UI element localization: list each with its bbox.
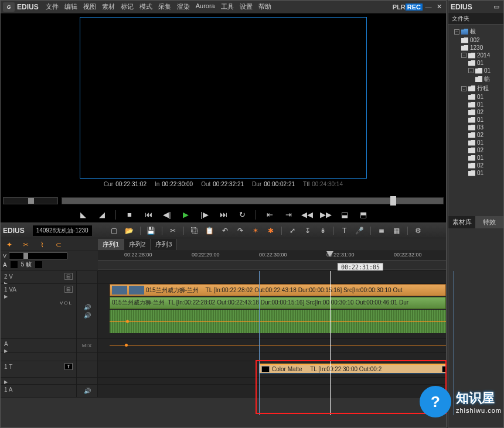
scrub-zoom[interactable] (3, 197, 58, 204)
scrub-playhead-handle[interactable] (390, 196, 396, 206)
sequence-tab-1[interactable]: 序列1 (98, 239, 124, 250)
title-icon[interactable]: T (340, 226, 349, 235)
zoom-in-button[interactable] (35, 261, 42, 268)
save-icon[interactable]: 💾 (147, 226, 156, 235)
jump-prev-icon[interactable]: ⇤ (264, 210, 275, 220)
speaker-icon[interactable]: 🔊 (84, 312, 91, 319)
ripple-delete-icon[interactable]: ✶ (251, 226, 260, 235)
grid-icon[interactable]: ▦ (392, 226, 401, 235)
menu-render[interactable]: 渲染 (177, 2, 190, 11)
tree-toggle-icon[interactable]: - (468, 68, 474, 73)
prev-edit-icon[interactable]: ◀◀ (302, 210, 312, 220)
tree-item[interactable]: 01 (449, 154, 502, 162)
toggle-track-icon[interactable]: ≣ (377, 226, 386, 235)
tree-root[interactable]: − 根 (449, 27, 502, 36)
tree-item[interactable]: -01 (449, 67, 502, 74)
voiceover-icon[interactable]: 🎤 (355, 226, 365, 235)
fast-forward-icon[interactable]: ⏭ (218, 210, 229, 220)
track-patch-icon[interactable]: ⊟ (64, 273, 73, 280)
open-icon[interactable]: 📂 (125, 226, 134, 235)
tree-item[interactable]: 02 (449, 131, 502, 139)
stop-icon[interactable]: ■ (124, 210, 135, 220)
set-in-icon[interactable]: ◣ (78, 210, 88, 220)
timeline-zoom-slider[interactable] (9, 252, 67, 259)
menu-mode[interactable]: 模式 (139, 2, 152, 11)
tree-item[interactable]: 临 (449, 74, 502, 84)
edit-mode-normal-icon[interactable]: ✦ (4, 240, 15, 249)
tree-toggle-icon[interactable]: − (454, 29, 459, 35)
redo-icon[interactable]: ↷ (236, 226, 245, 235)
tab-effects[interactable]: 特效 (476, 216, 503, 228)
close-button[interactable]: ✕ (434, 3, 444, 11)
track-patch-icon[interactable]: ⊟ (64, 286, 73, 293)
title-patch-icon[interactable]: T (64, 363, 73, 370)
tree-toggle-icon[interactable]: - (461, 53, 466, 58)
undo-icon[interactable]: ↶ (220, 226, 230, 235)
delete-gap-icon[interactable]: ✱ (266, 226, 275, 235)
menu-file[interactable]: 文件 (46, 2, 59, 11)
menu-edit[interactable]: 编辑 (64, 2, 77, 11)
new-sequence-icon[interactable]: ▢ (110, 226, 119, 235)
sequence-tab-3[interactable]: 序列3 (151, 239, 177, 250)
loop-icon[interactable]: ↻ (237, 210, 247, 220)
color-matte-clip[interactable]: Color Matte TL [In:00:22:30:00 Out:00:2 (259, 364, 446, 374)
insert-icon[interactable]: ↧ (303, 226, 312, 235)
menu-view[interactable]: 视图 (83, 2, 96, 11)
preview-frame[interactable] (80, 17, 367, 179)
play-icon[interactable]: ▶ (181, 210, 191, 220)
tree-toggle-icon[interactable]: - (461, 86, 466, 91)
tree-item[interactable]: 02 (449, 108, 502, 116)
edit-mode-link-icon[interactable]: ⌇ (37, 240, 47, 249)
bin-folder-icon[interactable]: ▭ (492, 3, 501, 11)
speaker-icon[interactable]: 🔊 (84, 388, 91, 394)
menu-aurora[interactable]: Aurora (196, 2, 215, 11)
menu-help[interactable]: 帮助 (258, 2, 271, 11)
menu-capture[interactable]: 采集 (158, 2, 171, 11)
menu-marker[interactable]: 标记 (121, 2, 134, 11)
edit-mode-trim-icon[interactable]: ✂ (21, 240, 31, 249)
tree-item[interactable]: 01 (449, 169, 502, 177)
playhead-line[interactable] (330, 271, 331, 415)
sequence-tab-2[interactable]: 序列2 (124, 239, 151, 250)
jump-next-icon[interactable]: ⇥ (283, 210, 294, 220)
cut-icon[interactable]: ✂ (168, 226, 178, 235)
insert-mode-icon[interactable]: ⬓ (339, 210, 350, 220)
track-1t-content[interactable]: Color Matte TL [In:00:22:30:00 Out:00:2 (98, 361, 446, 377)
overwrite-icon[interactable]: ↡ (318, 226, 328, 235)
tree-item[interactable]: 02 (449, 146, 502, 154)
edit-mode-magnet-icon[interactable]: ⊂ (53, 240, 64, 249)
playhead-marker[interactable] (326, 251, 333, 257)
tree-item[interactable]: 01 (449, 59, 502, 67)
tree-item[interactable]: 01 (449, 139, 502, 146)
set-out-icon[interactable]: ◢ (97, 210, 107, 220)
tree-item[interactable]: 01 (449, 101, 502, 108)
zoom-icon[interactable]: ⤢ (288, 226, 297, 235)
menu-tools[interactable]: 工具 (221, 2, 234, 11)
plr-rec-indicator[interactable]: PLRREC (393, 4, 423, 11)
tree-item[interactable]: 03 (449, 124, 502, 131)
tree-item[interactable]: 1230 (449, 44, 502, 52)
next-edit-icon[interactable]: ▶▶ (321, 210, 331, 220)
next-frame-icon[interactable]: |▶ (199, 210, 210, 220)
tree-item[interactable]: -行程 (449, 84, 502, 93)
menu-settings[interactable]: 设置 (240, 2, 253, 11)
zoom-out-button[interactable] (11, 261, 18, 268)
tree-item[interactable]: 02 (449, 162, 502, 169)
timeline-ruler[interactable]: 00:22:28:00 00:22:29:00 00:22:30:00 00:2… (98, 251, 446, 271)
menu-clip[interactable]: 素材 (102, 2, 115, 11)
rewind-icon[interactable]: ⏮ (143, 210, 154, 220)
tree-item[interactable]: 01 (449, 116, 502, 124)
tab-clips[interactable]: 素材库 (448, 216, 476, 228)
minimize-button[interactable]: — (424, 3, 433, 11)
prev-frame-icon[interactable]: ◀| (162, 210, 172, 220)
tree-item[interactable]: 002 (449, 36, 502, 44)
tree-item[interactable]: -2014 (449, 52, 502, 59)
speaker-icon[interactable]: 🔊 (84, 304, 91, 310)
scrub-track[interactable] (62, 197, 444, 204)
paste-icon[interactable]: 📋 (205, 226, 214, 235)
tree-item[interactable]: 01 (449, 93, 502, 101)
track-1va-content[interactable]: 015兰州威力狮-兰州 TL [In:00:22:28:02 Out:00:22… (98, 284, 446, 338)
settings-icon[interactable]: ⚙ (414, 226, 423, 235)
overwrite-mode-icon[interactable]: ⬒ (358, 210, 369, 220)
copy-icon[interactable]: ⿻ (190, 226, 199, 235)
